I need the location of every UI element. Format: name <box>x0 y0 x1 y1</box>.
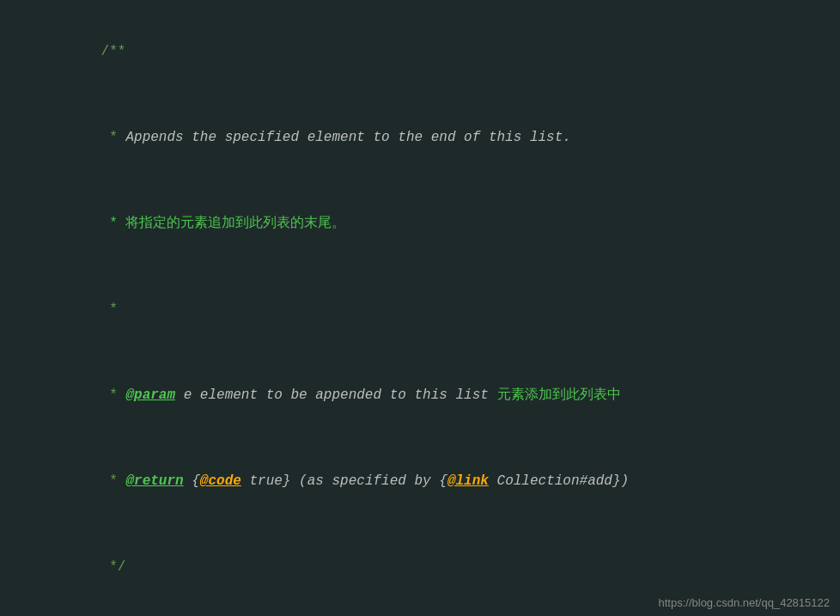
code-text: /** <box>34 10 840 93</box>
watermark: https://blog.csdn.net/qq_42815122 <box>659 596 831 609</box>
link-tag: @link <box>447 473 489 489</box>
code-line: * Appends the specified element to the e… <box>0 95 840 180</box>
code-line: /** <box>0 9 840 95</box>
comment-italic: { <box>184 473 200 489</box>
comment-text: * <box>101 302 118 317</box>
code-text: * @param e element to be appended to thi… <box>34 354 840 436</box>
chinese-comment: 元素添加到此列表中 <box>497 387 621 403</box>
code-line: * @param e element to be appended to thi… <box>0 352 840 438</box>
comment-text: */ <box>101 559 126 575</box>
return-tag: @return <box>125 473 183 489</box>
code-container: /** * Appends the specified element to t… <box>0 0 840 616</box>
param-tag: @param <box>125 387 175 403</box>
code-line: * 将指定的元素追加到此列表的末尾。 <box>0 180 840 266</box>
comment-text: * <box>101 130 126 145</box>
code-text: * @return {@code true} (as specified by … <box>34 440 840 522</box>
comment-italic: Collection#add}) <box>489 473 629 489</box>
code-text: * <box>34 268 840 351</box>
comment-text: * <box>101 473 126 489</box>
code-text <box>34 612 840 616</box>
code-tag: @code <box>200 473 241 489</box>
comment-italic: true} (as specified by { <box>241 473 447 489</box>
code-line: * <box>0 266 840 352</box>
comment-text: * <box>101 387 126 403</box>
code-line: * @return {@code true} (as specified by … <box>0 438 840 524</box>
code-line <box>0 610 840 616</box>
comment-italic: Appends the specified element to the end… <box>125 130 570 145</box>
comment-italic: e element to be appended to this list <box>175 387 496 403</box>
code-text: * Appends the specified element to the e… <box>34 96 840 179</box>
code-text: * 将指定的元素追加到此列表的末尾。 <box>34 182 840 265</box>
comment-text: /** <box>101 44 126 59</box>
chinese-comment: * 将指定的元素追加到此列表的末尾。 <box>101 216 346 231</box>
